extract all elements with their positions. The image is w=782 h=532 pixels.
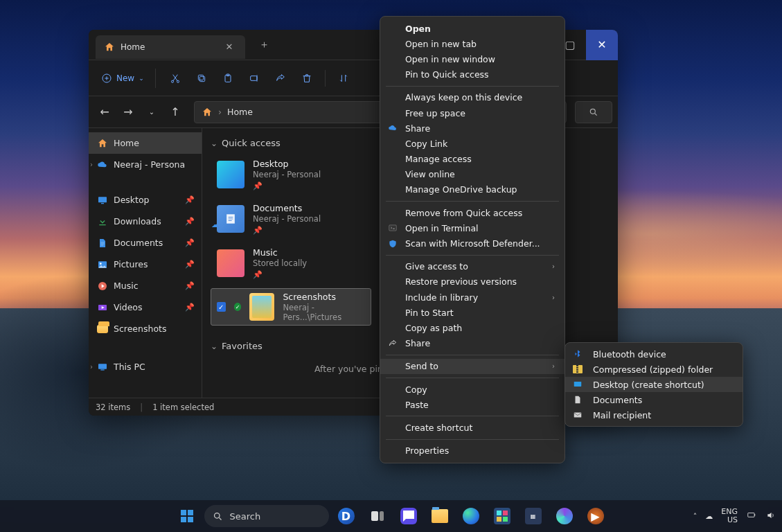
delete-button[interactable]: [296, 69, 318, 88]
menu-item-copy-as-path[interactable]: Copy as path: [380, 320, 565, 335]
menu-item-always-keep-on-this-device[interactable]: Always keep on this device: [380, 90, 565, 105]
taskbar-copilot[interactable]: D: [332, 502, 360, 530]
language-indicator[interactable]: ENG US: [721, 508, 738, 524]
recent-dropdown[interactable]: ⌄: [141, 102, 162, 123]
menu-item-paste[interactable]: Paste: [380, 397, 565, 412]
start-button[interactable]: [173, 502, 201, 530]
close-window-button[interactable]: ✕: [586, 30, 618, 60]
nav-item-pictures[interactable]: Pictures📌: [89, 254, 202, 275]
menu-item-label: Manage OneDrive backup: [405, 184, 517, 195]
menu-item-open-in-new-tab[interactable]: Open in new tab: [380, 36, 565, 51]
cut-icon: [170, 73, 181, 84]
pin-icon: 📌: [253, 181, 321, 190]
volume-tray-icon[interactable]: [765, 511, 776, 522]
menu-item-label: Copy as path: [405, 323, 462, 333]
tray-overflow[interactable]: ˄: [693, 512, 697, 521]
breadcrumb-location: Home: [227, 107, 253, 117]
menu-item-share[interactable]: Share: [380, 121, 565, 136]
nav-item-downloads[interactable]: Downloads📌: [89, 211, 202, 232]
up-button[interactable]: ↑: [165, 102, 186, 123]
menu-item-label: Scan with Microsoft Defender...: [405, 238, 540, 249]
nav-item-music[interactable]: Music📌: [89, 275, 202, 296]
nav-item-label: Documents: [114, 238, 163, 248]
menu-item-share[interactable]: Share: [380, 336, 565, 351]
menu-item-copy-link[interactable]: Copy Link: [380, 136, 565, 151]
menu-item-give-access-to[interactable]: Give access to›: [380, 259, 565, 274]
taskbar-store[interactable]: [488, 502, 516, 530]
menu-item-pin-to-quick-access[interactable]: Pin to Quick access: [380, 67, 565, 82]
paste-button[interactable]: [217, 69, 239, 88]
nav-item-label: Home: [114, 138, 139, 148]
nav-item-home[interactable]: Home: [89, 132, 202, 154]
copy-button[interactable]: [190, 69, 213, 88]
bluetooth-icon: [572, 348, 583, 360]
quick-access-item-documents[interactable]: ☁DocumentsNeeraj - Personal📌: [211, 200, 371, 238]
menu-item-manage-access[interactable]: Manage access: [380, 152, 565, 167]
search-box[interactable]: [575, 101, 612, 123]
back-button[interactable]: ←: [94, 102, 115, 123]
menu-item-properties[interactable]: Properties: [380, 443, 565, 459]
item-title: Music: [253, 247, 307, 258]
taskbar-calculator[interactable]: ▦: [519, 502, 547, 530]
taskbar-chat[interactable]: [395, 502, 423, 530]
nav-item-screenshots[interactable]: Screenshots: [89, 318, 202, 339]
share-icon: [387, 338, 398, 349]
submenu-item-desktop-create-shortcut[interactable]: Desktop (create shortcut): [565, 377, 743, 392]
submenu-item-label: Documents: [593, 395, 642, 405]
svg-point-8: [590, 109, 595, 114]
videos-icon: [97, 302, 108, 313]
menu-item-label: Create shortcut: [405, 423, 472, 433]
nav-item-this-pc[interactable]: ›This PC: [89, 356, 202, 378]
tab-close-button[interactable]: ✕: [220, 38, 238, 56]
nav-item-documents[interactable]: Documents📌: [89, 232, 202, 254]
submenu-item-documents[interactable]: Documents: [565, 392, 743, 407]
share-button[interactable]: [269, 69, 292, 88]
new-button[interactable]: New ⌄: [96, 69, 156, 88]
submenu-item-mail-recipient[interactable]: Mail recipient: [565, 407, 743, 423]
submenu-item-bluetooth-device[interactable]: Bluetooth device: [565, 346, 743, 362]
menu-item-open[interactable]: Open: [380, 21, 565, 36]
submenu-item-compressed-zipped-folder[interactable]: Compressed (zipped) folder: [565, 362, 743, 377]
desktop-icon: [572, 379, 583, 390]
quick-access-item-screenshots[interactable]: ✓✓ScreenshotsNeeraj - Pers...\Pictures: [211, 288, 371, 326]
menu-item-copy[interactable]: Copy: [380, 382, 565, 397]
menu-item-include-in-library[interactable]: Include in library›: [380, 290, 565, 305]
nav-item-desktop[interactable]: Desktop📌: [89, 189, 202, 211]
taskbar-app-1[interactable]: [551, 502, 578, 530]
menu-item-free-up-space[interactable]: Free up space: [380, 105, 565, 121]
forward-button[interactable]: →: [118, 102, 139, 123]
network-tray-icon[interactable]: [746, 511, 757, 522]
menu-item-restore-previous-versions[interactable]: Restore previous versions: [380, 274, 565, 290]
pin-icon: 📌: [185, 195, 195, 204]
menu-item-open-in-new-window[interactable]: Open in new window: [380, 51, 565, 66]
nav-item-neeraj-persona[interactable]: ›Neeraj - Persona: [89, 154, 202, 175]
taskbar-explorer[interactable]: [426, 502, 454, 530]
new-tab-button[interactable]: ＋: [255, 36, 273, 54]
menu-item-open-in-terminal[interactable]: Open in Terminal: [380, 220, 565, 236]
checkbox-icon[interactable]: ✓: [217, 302, 226, 312]
nav-item-videos[interactable]: Videos📌: [89, 296, 202, 318]
rename-button[interactable]: [243, 69, 265, 88]
tab-home[interactable]: Home ✕: [96, 35, 245, 59]
cut-button[interactable]: [164, 69, 186, 88]
nav-pane: Home›Neeraj - PersonaDesktop📌Downloads📌D…: [89, 128, 202, 398]
menu-item-label: Free up space: [405, 108, 465, 118]
menu-item-scan-with-microsoft-defender[interactable]: Scan with Microsoft Defender...: [380, 236, 565, 251]
menu-item-remove-from-quick-access[interactable]: Remove from Quick access: [380, 205, 565, 220]
taskbar-taskview[interactable]: [364, 502, 391, 530]
quick-access-item-music[interactable]: MusicStored locally📌: [211, 244, 371, 283]
home-icon: [104, 42, 115, 53]
taskbar-edge[interactable]: [457, 502, 485, 530]
trash-icon: [301, 73, 312, 84]
sort-button[interactable]: [332, 69, 355, 88]
menu-item-send-to[interactable]: Send to›: [380, 359, 565, 374]
menu-item-pin-to-start[interactable]: Pin to Start: [380, 305, 565, 320]
taskbar-media[interactable]: ▶: [582, 502, 610, 530]
menu-item-create-shortcut[interactable]: Create shortcut: [380, 420, 565, 435]
onedrive-tray-icon[interactable]: ☁: [705, 512, 713, 521]
quick-access-item-desktop[interactable]: DesktopNeeraj - Personal📌: [211, 155, 371, 194]
menu-item-view-online[interactable]: View online: [380, 167, 565, 182]
menu-item-manage-onedrive-backup[interactable]: Manage OneDrive backup: [380, 182, 565, 197]
taskbar-search-placeholder: Search: [230, 511, 261, 522]
taskbar-search[interactable]: Search: [204, 505, 329, 527]
